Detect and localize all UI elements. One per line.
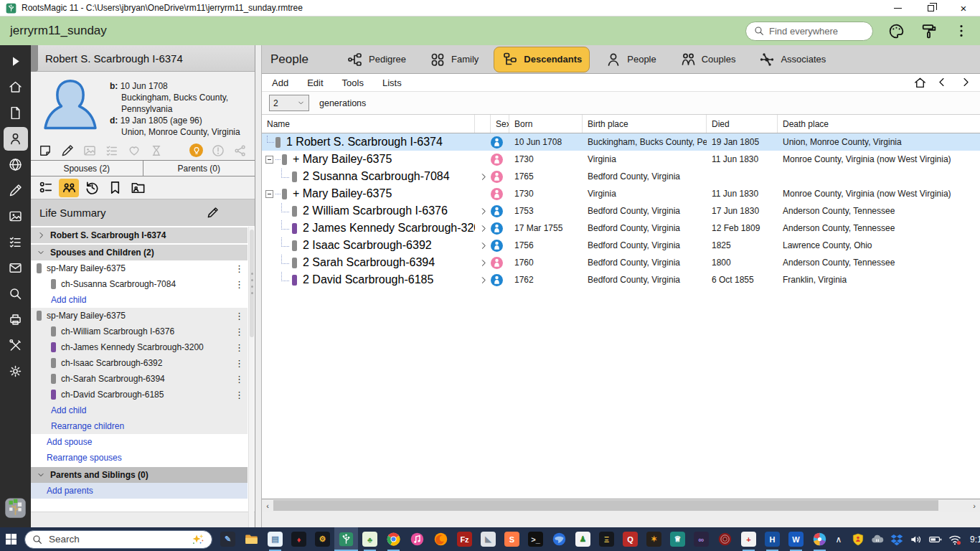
sidebar-home-button[interactable] — [4, 75, 28, 99]
taskbar-sublime-text-icon[interactable]: S — [500, 527, 524, 551]
sidebar-print-button[interactable] — [4, 308, 28, 331]
tree-section-header[interactable]: Spouses and Children (2) — [31, 245, 248, 260]
menu-lists[interactable]: Lists — [382, 77, 402, 88]
table-row[interactable]: 2 Susanna Scarbrough-70841765Bedford Cou… — [262, 168, 980, 185]
taskbar-visual-studio-icon[interactable]: ∞ — [689, 527, 713, 551]
horizontal-scrollbar[interactable]: ‹ › — [262, 499, 980, 512]
taskbar-thunderbird-icon[interactable] — [547, 527, 571, 551]
tree-person-row[interactable]: ch-James Kennedy Scarbrough-3200⋮ — [31, 339, 248, 355]
checklist-icon[interactable] — [105, 143, 119, 158]
action-link-label[interactable]: Add child — [51, 405, 86, 415]
tree-person-row[interactable]: sp-Mary Bailey-6375⋮ — [31, 260, 248, 276]
view-history-button[interactable] — [82, 179, 102, 197]
row-menu-button[interactable]: ⋮ — [235, 390, 243, 400]
taskbar-green-figure-app-icon[interactable]: ♟ — [571, 527, 595, 551]
sidebar-mail-button[interactable] — [4, 256, 28, 280]
start-button[interactable] — [0, 527, 22, 551]
tab-couples[interactable]: Couples — [672, 47, 744, 72]
find-everywhere-input[interactable]: Find everywhere — [745, 22, 873, 41]
taskbar-scanner-app-icon[interactable]: ◣ — [476, 527, 500, 551]
image-icon[interactable] — [83, 143, 97, 158]
restore-button[interactable] — [914, 0, 947, 16]
chevron-left-icon[interactable] — [936, 76, 950, 90]
column-header[interactable]: Sex — [491, 115, 509, 133]
note-icon[interactable] — [38, 143, 52, 158]
view-folder-person-button[interactable] — [128, 179, 148, 197]
pen-icon[interactable] — [60, 143, 75, 158]
sidebar-media-button[interactable] — [4, 204, 28, 228]
hourglass-icon[interactable] — [149, 143, 164, 158]
chevron-right-icon[interactable] — [479, 207, 488, 216]
sidebar-settings-button[interactable] — [4, 359, 28, 383]
tray-power-icon[interactable] — [928, 532, 943, 547]
person-panel-scrollbar[interactable] — [248, 227, 254, 527]
tree-person-row[interactable]: sp-Mary Bailey-6375⋮ — [31, 308, 248, 324]
sidebar-tasks-button[interactable] — [4, 230, 28, 254]
edit-pencil-icon[interactable] — [205, 205, 220, 220]
row-menu-button[interactable]: ⋮ — [235, 374, 243, 385]
column-header[interactable]: Birth place — [583, 115, 707, 133]
tree-person-row[interactable]: ch-David Scarbrough-6185⋮ — [31, 387, 248, 402]
row-menu-button[interactable]: ⋮ — [235, 279, 243, 290]
taskbar-command-prompt-icon[interactable]: >_ — [524, 527, 547, 551]
chevron-right-icon[interactable] — [479, 276, 488, 285]
taskbar-kmplayer-icon[interactable]: ✶ — [642, 527, 666, 551]
tree-action-link[interactable]: Rearrange spouses — [31, 450, 248, 466]
tree-action-link[interactable]: Add child — [31, 292, 248, 308]
expand-cell[interactable] — [475, 241, 491, 250]
chevron-right-icon[interactable] — [479, 172, 488, 182]
table-row[interactable]: + Mary Bailey-63751730Virginia11 Jun 183… — [262, 185, 980, 202]
palette-icon[interactable] — [887, 22, 905, 40]
tree-action-link[interactable]: Add spouse — [31, 434, 248, 450]
tree-person-row[interactable]: ch-Susanna Scarbrough-7084⋮ — [31, 276, 248, 292]
taskbar-search-input[interactable]: Search — [24, 530, 212, 549]
tree-action-link[interactable]: Add parents — [31, 483, 248, 499]
row-menu-button[interactable]: ⋮ — [235, 342, 243, 353]
taskbar-file-explorer-icon[interactable] — [240, 527, 263, 551]
sidebar-file-button[interactable] — [4, 101, 28, 125]
tree-section-header[interactable]: Parents and Siblings (0) — [31, 467, 248, 483]
expand-cell[interactable] — [475, 207, 491, 216]
taskbar-color-gear-app-icon[interactable]: ⚙ — [311, 527, 334, 551]
tab-associates[interactable]: Associates — [750, 47, 834, 72]
table-row[interactable]: 2 Sarah Scarbrough-63941760Bedford Count… — [262, 254, 980, 271]
menu-add[interactable]: Add — [272, 77, 288, 88]
close-button[interactable]: × — [947, 0, 980, 16]
sidebar-web-button[interactable] — [4, 153, 28, 176]
table-row[interactable]: 2 William Scarbrough I-63761753Bedford C… — [262, 202, 980, 220]
tab-descendants[interactable]: Descendants — [494, 47, 590, 72]
home-icon[interactable] — [913, 76, 927, 90]
taskbar-plant-app-icon[interactable]: ♣ — [358, 527, 382, 551]
tray-onedrive-cloud-icon[interactable] — [870, 532, 885, 547]
taskbar-word-icon[interactable]: W — [784, 527, 808, 551]
menu-edit[interactable]: Edit — [307, 77, 323, 88]
more-menu-icon[interactable] — [952, 22, 970, 40]
tray-network-wifi-icon[interactable] — [948, 532, 962, 547]
action-link-label[interactable]: Add child — [51, 295, 86, 305]
action-link-label[interactable]: Rearrange children — [51, 421, 124, 431]
chevron-right-icon[interactable] — [479, 224, 488, 233]
taskbar-itunes-icon[interactable] — [405, 527, 429, 551]
tray-security-shield-icon[interactable] — [851, 532, 865, 547]
table-row[interactable]: + Mary Bailey-63751730Virginia11 Jun 183… — [262, 151, 980, 168]
column-header[interactable]: Born — [509, 115, 583, 133]
minimize-button[interactable] — [881, 0, 914, 16]
tab-people[interactable]: People — [597, 47, 664, 72]
scroll-right-arrow[interactable]: › — [969, 499, 980, 512]
expand-cell[interactable] — [475, 276, 491, 285]
action-link-label[interactable]: Add spouse — [47, 437, 92, 447]
scroll-left-arrow[interactable]: ‹ — [262, 499, 273, 512]
spouses-button[interactable]: Spouses (2) — [31, 161, 143, 176]
scrollbar-thumb[interactable] — [273, 500, 938, 511]
collapse-toggle[interactable] — [265, 190, 273, 198]
column-header[interactable]: Name — [262, 115, 475, 133]
panel-collapse-handle[interactable] — [31, 45, 38, 72]
view-group-button[interactable] — [59, 179, 79, 197]
tray-hidden-icons-icon[interactable]: ∧ — [831, 532, 846, 547]
tab-pedigree[interactable]: Pedigree — [339, 47, 414, 72]
tree-person-row[interactable]: ch-William Scarbrough I-6376⋮ — [31, 324, 248, 339]
taskbar-clock[interactable]: 9:11 PM — [970, 534, 980, 545]
action-link-label[interactable]: Rearrange spouses — [47, 453, 122, 463]
view-bookmark-button[interactable] — [105, 179, 125, 197]
chevron-right-icon[interactable] — [479, 241, 488, 250]
